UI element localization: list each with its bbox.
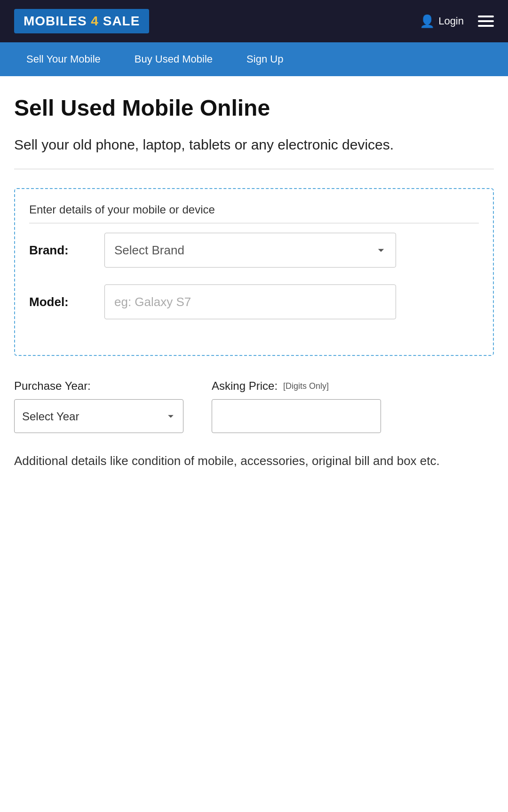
purchase-year-group: Purchase Year: Select Year 2024 2023 202… <box>14 379 183 433</box>
header-right: 👤 Login <box>420 14 494 29</box>
login-button[interactable]: 👤 Login <box>420 14 464 29</box>
asking-price-label: Asking Price: [Digits Only] <box>212 379 381 393</box>
user-icon: 👤 <box>420 14 435 29</box>
asking-price-hint: [Digits Only] <box>283 381 329 391</box>
main-content: Sell Used Mobile Online Sell your old ph… <box>0 76 508 498</box>
section-divider <box>14 169 494 169</box>
header: MOBILES 4 SALE 👤 Login <box>0 0 508 42</box>
logo-container: MOBILES 4 SALE <box>14 9 149 33</box>
navbar: Sell Your Mobile Buy Used Mobile Sign Up <box>0 42 508 76</box>
asking-price-input[interactable] <box>212 399 381 433</box>
model-row: Model: <box>29 284 479 319</box>
model-label: Model: <box>29 295 95 309</box>
nav-item-buy-mobile[interactable]: Buy Used Mobile <box>118 42 230 76</box>
brand-select[interactable]: Select Brand Samsung Apple Huawei Nokia … <box>104 233 396 268</box>
hamburger-line-1 <box>478 16 494 17</box>
site-logo: MOBILES 4 SALE <box>14 9 149 33</box>
asking-price-group: Asking Price: [Digits Only] <box>212 379 381 433</box>
brand-row: Brand: Select Brand Samsung Apple Huawei… <box>29 233 479 268</box>
year-select[interactable]: Select Year 2024 2023 2022 2021 2020 201… <box>14 399 183 433</box>
bottom-fields: Purchase Year: Select Year 2024 2023 202… <box>14 379 494 433</box>
nav-label-sell: Sell Your Mobile <box>26 53 101 65</box>
purchase-year-label: Purchase Year: <box>14 379 183 393</box>
page-description: Sell your old phone, laptop, tablets or … <box>14 135 494 155</box>
nav-label-signup: Sign Up <box>246 53 283 65</box>
nav-item-sell-mobile[interactable]: Sell Your Mobile <box>9 42 118 76</box>
hamburger-line-3 <box>478 25 494 27</box>
asking-price-text: Asking Price: <box>212 379 278 393</box>
additional-details: Additional details like condition of mob… <box>14 452 494 470</box>
model-input[interactable] <box>104 284 396 319</box>
nav-item-sign-up[interactable]: Sign Up <box>230 42 300 76</box>
device-form-container: Enter details of your mobile or device B… <box>14 188 494 356</box>
hamburger-menu-button[interactable] <box>478 16 494 27</box>
brand-label: Brand: <box>29 243 95 258</box>
login-label: Login <box>438 15 464 27</box>
form-section-title: Enter details of your mobile or device <box>29 203 479 223</box>
hamburger-line-2 <box>478 20 494 22</box>
page-title: Sell Used Mobile Online <box>14 95 494 121</box>
nav-label-buy: Buy Used Mobile <box>135 53 213 65</box>
